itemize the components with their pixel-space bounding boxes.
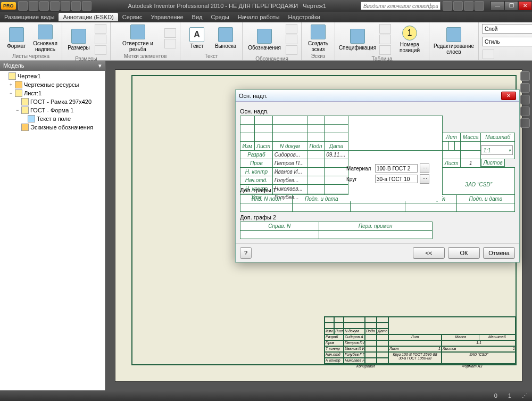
zoom-icon[interactable] — [520, 95, 530, 104]
qat-print-icon[interactable] — [50, 1, 60, 11]
key-icon[interactable] — [453, 1, 463, 11]
dialog-title-text: Осн. надп. — [239, 93, 268, 99]
dim-sm2[interactable] — [95, 35, 106, 44]
tab-environments[interactable]: Среды — [207, 13, 234, 21]
back-button[interactable]: << — [413, 247, 445, 259]
tbl-sm3[interactable] — [379, 45, 391, 55]
text-button[interactable]: AТекст — [184, 27, 210, 49]
qat-save-icon[interactable] — [39, 1, 49, 11]
tree-root[interactable]: Чертеж1 — [1, 72, 104, 80]
view-toolbar — [520, 71, 531, 128]
qat-open-icon[interactable] — [29, 1, 38, 11]
titleblock-button[interactable]: Основная надпись — [32, 24, 59, 52]
orbit-icon[interactable] — [520, 107, 530, 116]
hole-thread-button[interactable]: Отверстие и резьба — [114, 24, 162, 52]
help-icon[interactable] — [475, 1, 484, 11]
dimensions-icon — [71, 29, 86, 44]
ok-button[interactable]: ОК — [448, 247, 480, 259]
mark-sm1[interactable] — [164, 28, 176, 38]
tab-view[interactable]: Вид — [188, 13, 207, 21]
sym-sm3[interactable] — [286, 45, 297, 55]
specification-button[interactable]: Спецификация — [338, 29, 377, 51]
format-button[interactable]: Формат — [3, 27, 30, 49]
dim-sm3[interactable] — [95, 45, 106, 55]
group-label-layers — [433, 59, 475, 59]
leader-button[interactable]: Выноска — [212, 27, 239, 49]
create-sketch-button[interactable]: Создать эскиз — [305, 24, 331, 52]
pan-icon[interactable] — [520, 83, 530, 93]
material-browse-button[interactable]: ⋯ — [420, 163, 429, 173]
dialog-help-button[interactable]: ? — [240, 247, 252, 259]
tab-annotations-eskd[interactable]: Аннотации (ESKD) — [59, 13, 118, 21]
sheet-icon — [15, 89, 22, 97]
ribbon-group-format: Слой Стиль Формат — [479, 22, 532, 60]
krug-browse-button[interactable]: ⋯ — [420, 174, 429, 184]
mark-sm2[interactable] — [164, 39, 176, 48]
form-icon — [21, 107, 29, 114]
search-input[interactable] — [361, 2, 440, 10]
pro-badge: PRO — [1, 2, 16, 10]
dim-sm1[interactable] — [95, 24, 106, 34]
material-input[interactable] — [375, 164, 418, 173]
sym-sm2[interactable] — [286, 35, 297, 44]
symbols-button[interactable]: Обозначения — [246, 29, 283, 51]
group-label-text: Текст — [184, 53, 239, 59]
ribbon-group-layers: Редактирование слоев — [429, 22, 479, 60]
sym-sm1[interactable] — [286, 24, 297, 34]
section-g2-label: Доп. графы 2 — [240, 214, 515, 220]
viewcube-icon[interactable] — [520, 71, 530, 81]
folder-icon — [15, 81, 22, 88]
material-label: Материал — [346, 166, 373, 171]
dimensions-button[interactable]: Размеры — [65, 29, 92, 51]
tree-sketch-symbols[interactable]: Эскизные обозначения — [1, 123, 104, 132]
status-a: 0 — [494, 392, 497, 399]
window-title: Autodesk Inventor Professional 2010 - НЕ… — [94, 3, 361, 9]
frame-icon — [21, 98, 29, 105]
textfield-icon — [28, 115, 35, 122]
leader-icon — [218, 27, 233, 42]
qat-undo-icon[interactable] — [61, 1, 70, 11]
tree-form1[interactable]: −ГОСТ - Форма 1 — [1, 106, 104, 114]
model-browser-title[interactable]: Модель▾ — [0, 61, 105, 71]
balloon-button[interactable]: 1Номера позиций — [394, 26, 426, 53]
scale-dropdown[interactable]: 1:1 — [481, 145, 513, 155]
titleblock-preview: ИзмЛистN докумПодпДата РазрабСидоров А А… — [324, 316, 516, 364]
edit-layers-button[interactable]: Редактирование слоев — [433, 27, 475, 55]
qat-redo-icon[interactable] — [71, 1, 81, 11]
maximize-button[interactable]: ❐ — [504, 1, 518, 11]
fmt-sm[interactable] — [483, 50, 494, 59]
tab-service[interactable]: Сервис — [118, 13, 147, 21]
tbl-sm1[interactable] — [379, 24, 391, 34]
chevron-down-icon: ▾ — [98, 62, 102, 69]
tab-getstarted[interactable]: Начало работы — [234, 13, 284, 21]
statusbar: 0 1 ⋰ — [0, 390, 532, 401]
krug-input[interactable] — [375, 175, 418, 183]
binoculars-icon[interactable] — [443, 1, 452, 11]
minimize-button[interactable]: — — [491, 1, 504, 11]
star-icon[interactable] — [464, 1, 473, 11]
home-icon[interactable] — [520, 118, 530, 128]
ribbon-group-marks: Отверстие и резьба Метки элементов — [111, 22, 180, 60]
qat-more-icon[interactable] — [82, 1, 92, 11]
tab-addins[interactable]: Надстройки — [284, 13, 325, 21]
symbols-icon — [257, 29, 272, 44]
tab-placement[interactable]: Размещение виды — [0, 13, 59, 21]
tab-manage[interactable]: Управление — [146, 13, 187, 21]
tree-frame[interactable]: ГОСТ - Рамка 297x420 — [1, 97, 104, 106]
drawing-icon — [9, 72, 16, 80]
close-button[interactable]: ✕ — [518, 1, 532, 11]
cancel-button[interactable]: Отмена — [483, 247, 515, 259]
tree-sheet1[interactable]: −Лист:1 — [1, 89, 104, 97]
ribbon: Формат Основная надпись Листы чертежа Ра… — [0, 22, 532, 61]
dialog-close-button[interactable]: ✕ — [501, 92, 516, 100]
tree-textfield[interactable]: Текст в поле — [1, 114, 104, 123]
format-icon — [9, 27, 24, 42]
layer-dropdown[interactable]: Слой — [482, 24, 532, 34]
qat-new-icon[interactable] — [18, 1, 28, 11]
layers-icon — [446, 27, 461, 42]
tbl-sm2[interactable] — [379, 35, 391, 44]
tree-resources[interactable]: +Чертежные ресурсы — [1, 80, 104, 89]
titleblock-dialog: Осн. надп. ✕ Осн. надп. ЛитМассаМасштаб … — [235, 89, 520, 263]
dialog-titlebar[interactable]: Осн. надп. ✕ — [236, 90, 519, 102]
style-dropdown[interactable]: Стиль — [482, 37, 532, 46]
